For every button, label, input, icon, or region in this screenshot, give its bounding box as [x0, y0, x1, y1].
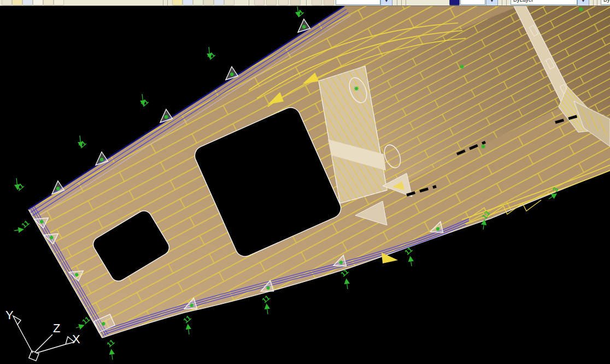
toolbar-separator: [406, 0, 406, 5]
color-combo-dropdown-button[interactable]: ▼: [486, 0, 498, 6]
toolbar-separator: [397, 0, 397, 5]
toolbar-separator: [597, 0, 597, 5]
layer-combo[interactable]: [336, 0, 380, 5]
toolbar-icon-match[interactable]: [203, 0, 214, 5]
toolbar-icon-preview[interactable]: [43, 0, 54, 5]
toolbar-icon-copy[interactable]: [183, 0, 193, 5]
toolbar-icon-cut[interactable]: [172, 0, 183, 5]
color-swatch-icon[interactable]: [449, 0, 460, 5]
toolbar-icon-spell[interactable]: [54, 0, 64, 5]
toolbar-icon-zoom-previous[interactable]: [290, 0, 301, 5]
toolbar-icon-new[interactable]: [2, 0, 12, 5]
toolbar-separator: [593, 0, 594, 5]
toolbar-icon-pan[interactable]: [254, 0, 265, 5]
toolbar-separator: [249, 0, 249, 5]
toolbar-separator: [167, 0, 168, 5]
ucs-x-label: X: [72, 332, 80, 346]
top-toolbar: ▼ ▼ ByLayer ▼ ByLayer: [0, 0, 610, 6]
cad-viewport[interactable]: 11 11 11 11 11 11 11 11 11 11: [0, 6, 610, 364]
linetype-combo[interactable]: ByLayer: [511, 0, 577, 5]
color-combo[interactable]: [460, 0, 485, 5]
toolbar-separator: [306, 0, 307, 5]
ucs-z-label: Z: [53, 321, 60, 335]
toolbar-icon-print[interactable]: [33, 0, 43, 5]
toolbar-icon-properties[interactable]: [312, 0, 322, 5]
toolbar-separator: [506, 0, 507, 5]
toolbar-icon-zoom-realtime[interactable]: [266, 0, 277, 5]
toolbar-separator: [401, 0, 402, 5]
toolbar-icon-paste[interactable]: [193, 0, 203, 5]
lineweight-combo[interactable]: ByLayer: [601, 0, 610, 5]
toolbar-separator: [502, 0, 502, 5]
toolbar-icon-open[interactable]: [12, 0, 22, 5]
toolbar-separator: [163, 0, 163, 5]
linetype-combo-dropdown-button[interactable]: ▼: [577, 0, 589, 6]
ucs-y-label: Y: [5, 308, 14, 322]
toolbar-icon-redo[interactable]: [224, 0, 234, 5]
toolbar-icon-layers[interactable]: [324, 0, 334, 5]
toolbar-icon-save[interactable]: [22, 0, 33, 5]
toolbar-icon-zoom-window[interactable]: [278, 0, 289, 5]
layer-combo-dropdown-button[interactable]: ▼: [380, 0, 392, 6]
toolbar-icon-undo[interactable]: [214, 0, 224, 5]
